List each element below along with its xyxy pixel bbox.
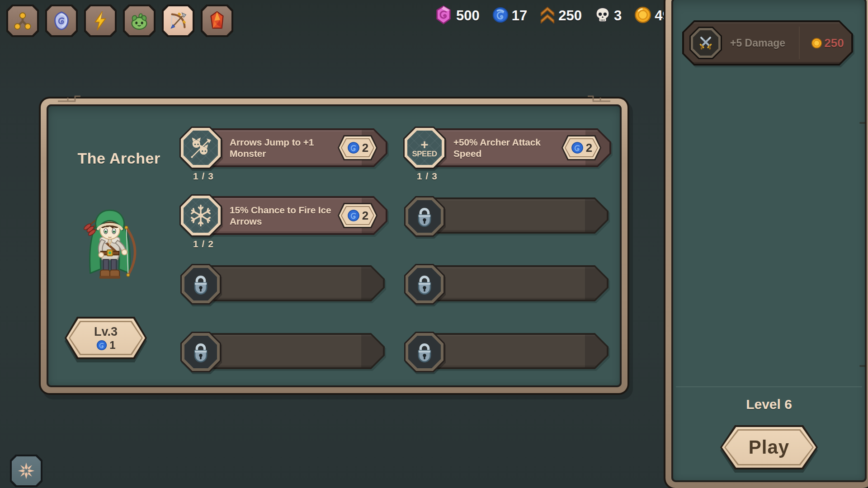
upgrade-icon-badge: + SPEED <box>403 127 446 169</box>
blue-orb-icon <box>347 209 360 222</box>
orb-count: 17 <box>512 8 527 24</box>
frame-seam <box>859 122 867 124</box>
upgrade-cost: 2 <box>362 141 368 155</box>
lock-badge <box>404 196 445 237</box>
crossed-swords-icon <box>689 27 722 59</box>
upgrade-cost: 2 <box>586 141 592 155</box>
star-burst-icon <box>10 455 42 487</box>
shop-panel: +5 Damage 250 Level 6 <box>664 0 868 488</box>
skull-count: 3 <box>614 8 622 24</box>
frame-ornament <box>57 94 89 103</box>
lock-badge <box>404 264 445 305</box>
play-button[interactable]: Play <box>720 425 818 469</box>
upgrade-progress: 1 / 3 <box>417 171 438 182</box>
shop-item-cost: 250 <box>811 20 844 66</box>
gold-coin-icon <box>633 5 652 26</box>
skill-tree-icon <box>6 5 39 37</box>
archer-character-art <box>71 199 148 295</box>
upgrade-label: +50% Archer Attack Speed <box>453 128 567 167</box>
lightning-icon <box>84 5 117 37</box>
gem-count: 500 <box>456 8 480 24</box>
tab-lightning[interactable] <box>84 5 117 37</box>
lock-badge <box>180 332 221 372</box>
upgrade-icon-badge <box>179 194 222 237</box>
upgrade-count: 250 <box>558 8 582 24</box>
upgrade-label: 15% Chance to Fire Ice Arrows <box>230 196 338 235</box>
shop-panel-body: +5 Damage 250 Level 6 <box>671 0 867 482</box>
upgrade-cost-button[interactable]: 2 <box>338 203 377 228</box>
currency-gems: 500 <box>433 5 480 27</box>
rune-stone-icon <box>45 5 78 37</box>
blue-orb-icon <box>571 141 584 155</box>
shop-item-label: +5 Damage <box>730 20 785 66</box>
upgrade-label: Arrows Jump to +1 Monster <box>230 128 344 167</box>
upgrade-locked <box>403 262 611 305</box>
currency-orbs: 17 <box>491 6 527 26</box>
upgrade-arrows-jump[interactable]: Arrows Jump to +1 Monster <box>179 127 387 170</box>
effects-button[interactable] <box>10 455 42 487</box>
upgrade-locked <box>403 194 611 238</box>
bow-icon <box>162 5 194 37</box>
pink-gem-icon <box>433 5 454 27</box>
upgrade-bar[interactable]: Arrows Jump to +1 Monster <box>201 128 387 167</box>
upgrade-progress: 1 / 2 <box>193 239 214 249</box>
divider <box>799 27 800 59</box>
frame-ornament <box>580 94 611 103</box>
currency-upgrades: 250 <box>539 5 582 26</box>
level-button-cost: 1 <box>109 339 115 352</box>
lock-badge <box>180 264 221 305</box>
blue-orb-icon <box>491 6 509 26</box>
upgrade-bar[interactable]: +50% Archer Attack Speed <box>425 128 611 167</box>
attack-speed-icon: + SPEED <box>403 127 446 169</box>
blue-orb-icon <box>347 141 360 155</box>
upgrade-locked <box>179 262 387 305</box>
crystal-icon <box>201 5 233 37</box>
currency-bar: 500 17 250 <box>433 5 670 26</box>
upgrade-locked <box>179 330 387 373</box>
hero-title: The Archer <box>56 150 182 167</box>
shop-item-icon-badge <box>689 27 722 59</box>
snowflake-icon <box>179 194 222 237</box>
currency-skulls: 3 <box>594 6 622 26</box>
lock-icon <box>404 332 445 372</box>
upgrade-cost-button[interactable]: 2 <box>338 135 377 160</box>
frame-seam <box>859 365 867 367</box>
lock-icon <box>180 264 221 305</box>
upgrade-locked <box>403 330 611 373</box>
tab-skill-tree[interactable] <box>6 5 39 37</box>
blue-orb-icon <box>96 339 108 351</box>
game-screen: 500 17 250 <box>0 0 868 488</box>
lock-icon <box>180 332 221 372</box>
lock-icon <box>404 196 445 237</box>
lock-badge <box>404 332 445 372</box>
upgrade-cost-button[interactable]: 2 <box>561 135 601 160</box>
divider <box>676 386 862 387</box>
upgrade-bar[interactable]: 15% Chance to Fire Ice Arrows <box>201 196 387 235</box>
shop-item-damage[interactable]: +5 Damage 250 <box>682 20 853 66</box>
upgrade-icon-badge <box>179 127 222 169</box>
tab-rune[interactable] <box>45 5 78 37</box>
play-button-label: Play <box>749 436 789 458</box>
level-label: Level 6 <box>671 397 867 412</box>
hero-panel-body: The Archer <box>47 104 622 387</box>
upgrade-attack-speed[interactable]: +50% Archer Attack Speed <box>403 127 611 170</box>
tab-crystal[interactable] <box>201 5 233 37</box>
arrow-pierce-icon <box>179 127 222 169</box>
tab-monster[interactable] <box>123 5 156 37</box>
slime-icon <box>123 5 156 37</box>
level-up-button[interactable]: Lv.3 1 <box>65 317 147 359</box>
upgrade-progress: 1 / 3 <box>193 171 214 182</box>
tab-archer[interactable] <box>162 5 194 37</box>
hero-panel-frame: The Archer <box>41 99 627 393</box>
hero-panel: The Archer <box>39 97 629 395</box>
upgrade-cost: 2 <box>362 209 368 223</box>
upgrade-ice-arrows[interactable]: 15% Chance to Fire Ice Arrows <box>179 194 387 238</box>
upgrade-chevron-icon <box>539 5 556 26</box>
level-button-label: Lv.3 <box>94 325 118 339</box>
lock-icon <box>404 264 445 305</box>
skull-icon <box>594 6 612 26</box>
gold-coin-icon <box>811 37 823 49</box>
